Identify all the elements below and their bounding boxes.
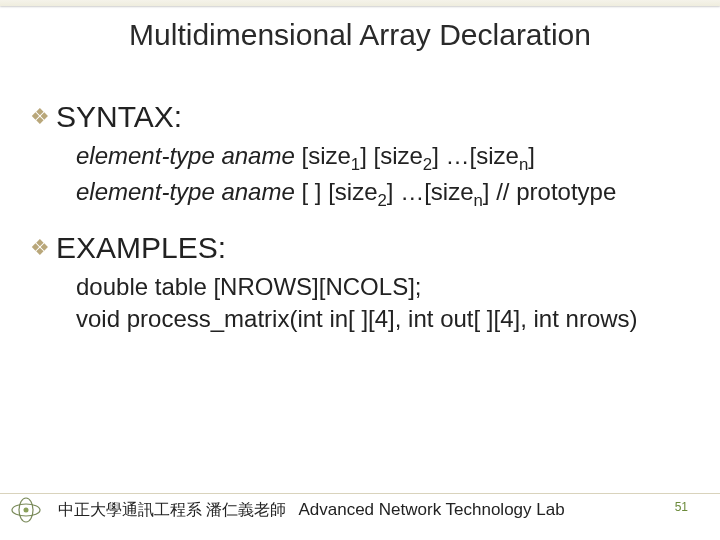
syntax-line-1-italic: element-type aname: [76, 142, 295, 169]
examples-heading: EXAMPLES:: [56, 231, 226, 265]
bullet-examples: ❖ EXAMPLES:: [30, 231, 700, 265]
svg-point-2: [24, 508, 29, 513]
footer: 中正大學通訊工程系 潘仁義老師 Advanced Network Technol…: [0, 493, 720, 526]
example-line-2: void process_matrix(int in[ ][4], int ou…: [76, 303, 700, 335]
subscript: n: [519, 155, 528, 174]
syntax-line-2-part: ] …[size: [387, 178, 474, 205]
syntax-line-2-italic: element-type aname: [76, 178, 295, 205]
syntax-line-2-part: [ ] [size: [295, 178, 378, 205]
subscript: 2: [377, 191, 386, 210]
page-number: 51: [675, 500, 688, 514]
syntax-line-2: element-type aname [ ] [size2] …[sizen] …: [76, 176, 700, 212]
slide: Multidimensional Array Declaration ❖ SYN…: [0, 0, 720, 540]
syntax-line-2-part: ] // prototype: [483, 178, 616, 205]
syntax-line-1-part: [size: [295, 142, 351, 169]
syntax-line-1-part: ]: [528, 142, 535, 169]
diamond-bullet-icon: ❖: [30, 237, 50, 259]
footer-chinese: 中正大學通訊工程系 潘仁義老師: [58, 500, 286, 521]
subscript: 2: [423, 155, 432, 174]
syntax-line-1: element-type aname [size1] [size2] …[siz…: [76, 140, 700, 176]
subscript: 1: [351, 155, 360, 174]
logo-icon: [6, 494, 46, 526]
slide-title: Multidimensional Array Declaration: [0, 18, 720, 52]
syntax-heading: SYNTAX:: [56, 100, 182, 134]
syntax-line-1-part: ] [size: [360, 142, 423, 169]
title-band: [0, 0, 720, 6]
diamond-bullet-icon: ❖: [30, 106, 50, 128]
example-line-1: double table [NROWS][NCOLS];: [76, 271, 700, 303]
subscript: n: [474, 191, 483, 210]
slide-body: ❖ SYNTAX: element-type aname [size1] [si…: [30, 100, 700, 336]
syntax-line-1-part: ] …[size: [432, 142, 519, 169]
bullet-syntax: ❖ SYNTAX:: [30, 100, 700, 134]
footer-lab: Advanced Network Technology Lab: [298, 500, 564, 520]
